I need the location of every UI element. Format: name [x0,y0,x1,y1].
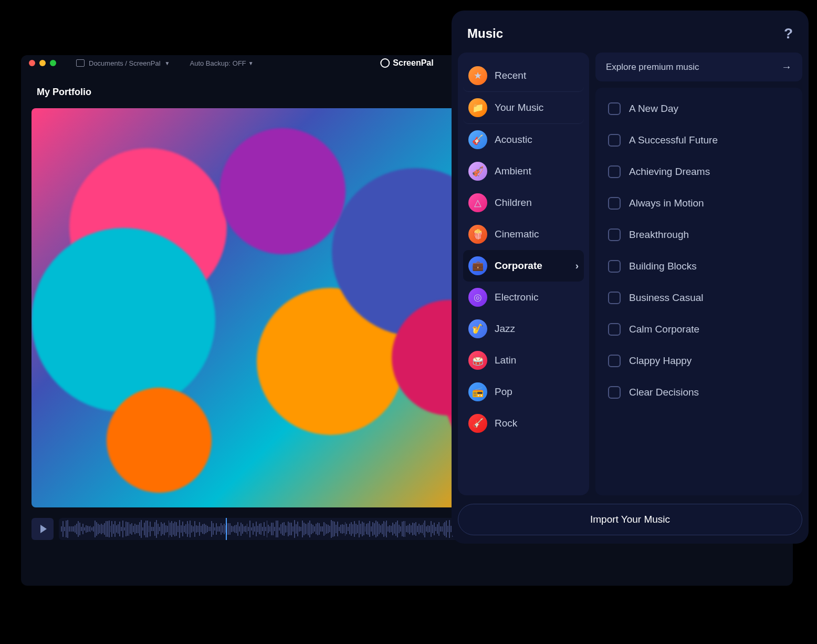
chevron-down-icon: ▼ [165,60,170,66]
track-name: A Successful Future [629,134,718,146]
track-item[interactable]: Calm Corporate [595,314,802,345]
track-item[interactable]: A New Day [595,93,802,124]
tracks-area: Explore premium music → A New DayA Succe… [595,53,802,495]
category-label: Ambient [495,165,531,177]
maximize-button[interactable] [50,60,56,66]
panel-body: ★Recent📁Your Music🎸Acoustic🎻Ambient△Chil… [452,53,809,495]
track-name: Always in Motion [629,198,704,209]
track-checkbox[interactable] [608,355,621,367]
track-checkbox[interactable] [608,386,621,399]
category-label: Rock [495,418,517,429]
track-checkbox[interactable] [608,134,621,147]
track-checkbox[interactable] [608,260,621,273]
category-recent[interactable]: ★Recent [463,60,584,92]
track-item[interactable]: Always in Motion [595,188,802,219]
track-checkbox[interactable] [608,323,621,336]
category-label: Pop [495,386,512,398]
category-pop[interactable]: 📻Pop [463,376,584,408]
track-name: Clappy Happy [629,355,692,367]
auto-backup-control[interactable]: Auto Backup: OFF ▼ [190,59,253,67]
category-children[interactable]: △Children [463,187,584,219]
category-label: Acoustic [495,134,532,146]
category-label: Recent [495,70,526,81]
track-checkbox[interactable] [608,292,621,304]
category-yourmusic[interactable]: 📁Your Music [463,92,584,124]
category-acoustic[interactable]: 🎸Acoustic [463,124,584,155]
track-item[interactable]: Building Blocks [595,251,802,282]
track-item[interactable]: Breakthrough [595,219,802,251]
track-name: Achieving Dreams [629,166,710,178]
track-name: Breakthrough [629,229,689,241]
track-list[interactable]: A New DayA Successful FutureAchieving Dr… [595,88,802,495]
track-item[interactable]: Achieving Dreams [595,156,802,188]
category-label: Corporate [495,260,542,272]
help-button[interactable]: ? [784,25,793,42]
brand-icon [380,58,390,68]
ambient-icon: 🎻 [468,162,487,181]
recent-icon: ★ [468,66,487,85]
window-controls [29,60,56,66]
category-electronic[interactable]: ◎Electronic [463,282,584,313]
chevron-right-icon: › [575,260,579,272]
category-corporate[interactable]: 💼Corporate› [463,250,584,282]
premium-music-button[interactable]: Explore premium music → [595,53,802,81]
children-icon: △ [468,193,487,212]
rock-icon: 🎸 [468,414,487,433]
cinematic-icon: 🍿 [468,225,487,244]
track-item[interactable]: A Successful Future [595,124,802,156]
track-item[interactable]: Business Casual [595,282,802,314]
auto-backup-value: OFF [233,59,246,67]
pop-icon: 📻 [468,382,487,401]
category-label: Your Music [495,102,543,113]
category-list: ★Recent📁Your Music🎸Acoustic🎻Ambient△Chil… [458,53,589,495]
category-latin[interactable]: 🥁Latin [463,345,584,376]
track-item[interactable]: Clappy Happy [595,345,802,377]
breadcrumb-path: Documents / ScreenPal [89,59,161,67]
track-name: A New Day [629,103,678,115]
category-label: Latin [495,355,516,366]
chevron-down-icon: ▼ [248,60,254,66]
yourmusic-icon: 📁 [468,98,487,117]
category-cinematic[interactable]: 🍿Cinematic [463,219,584,250]
auto-backup-label: Auto Backup: [190,59,230,67]
category-ambient[interactable]: 🎻Ambient [463,155,584,187]
minimize-button[interactable] [39,60,46,66]
import-music-button[interactable]: Import Your Music [458,504,802,535]
corporate-icon: 💼 [468,256,487,275]
track-name: Business Casual [629,292,704,304]
track-name: Calm Corporate [629,324,699,335]
brand-logo: ScreenPal [380,58,433,68]
track-name: Building Blocks [629,261,697,272]
category-label: Cinematic [495,228,539,240]
brand-name: ScreenPal [393,58,433,68]
breadcrumb[interactable]: Documents / ScreenPal ▼ [76,59,170,67]
track-checkbox[interactable] [608,228,621,241]
play-button[interactable] [32,518,54,540]
category-label: Jazz [495,323,515,335]
panel-header: Music ? [452,11,809,53]
category-label: Children [495,197,532,209]
electronic-icon: ◎ [468,288,487,307]
acoustic-icon: 🎸 [468,130,487,149]
track-name: Clear Decisions [629,387,699,398]
jazz-icon: 🎷 [468,319,487,338]
track-checkbox[interactable] [608,102,621,115]
panel-title: Music [467,26,503,41]
arrow-right-icon: → [781,61,792,73]
folder-icon [76,59,85,67]
track-checkbox[interactable] [608,197,621,210]
playhead[interactable] [226,518,227,540]
track-item[interactable]: Clear Decisions [595,377,802,408]
category-label: Electronic [495,292,538,303]
category-rock[interactable]: 🎸Rock [463,408,584,439]
close-button[interactable] [29,60,35,66]
category-jazz[interactable]: 🎷Jazz [463,313,584,345]
music-panel: Music ? ★Recent📁Your Music🎸Acoustic🎻Ambi… [452,11,809,544]
track-checkbox[interactable] [608,165,621,178]
premium-label: Explore premium music [606,62,699,72]
latin-icon: 🥁 [468,351,487,370]
play-icon [40,525,47,533]
